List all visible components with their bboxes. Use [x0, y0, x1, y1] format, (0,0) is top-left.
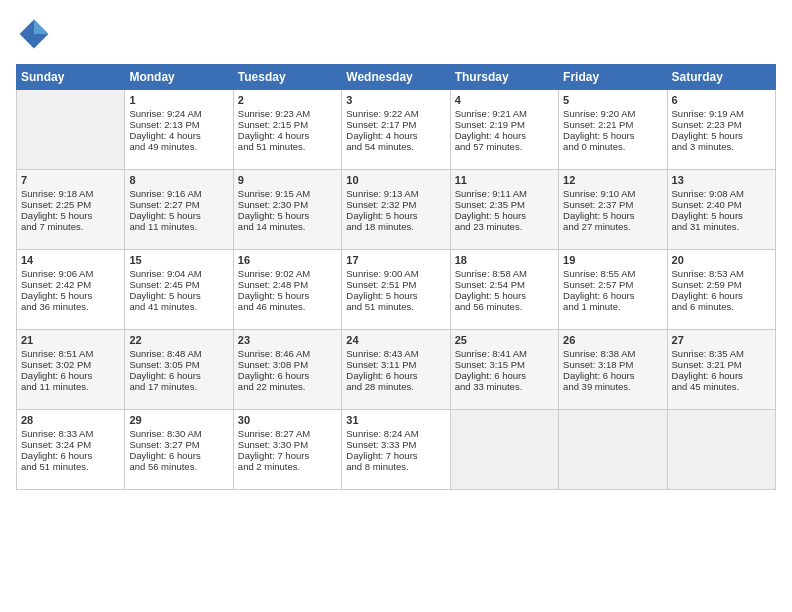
- day-info: Sunset: 3:27 PM: [129, 439, 228, 450]
- day-info: Daylight: 6 hours: [563, 290, 662, 301]
- header-saturday: Saturday: [667, 65, 775, 90]
- day-number: 7: [21, 174, 120, 186]
- day-number: 22: [129, 334, 228, 346]
- calendar-cell: 31Sunrise: 8:24 AMSunset: 3:33 PMDayligh…: [342, 410, 450, 490]
- day-info: Daylight: 5 hours: [21, 290, 120, 301]
- day-info: Sunrise: 9:11 AM: [455, 188, 554, 199]
- calendar-cell: 14Sunrise: 9:06 AMSunset: 2:42 PMDayligh…: [17, 250, 125, 330]
- day-info: Sunrise: 9:00 AM: [346, 268, 445, 279]
- calendar-cell: 9Sunrise: 9:15 AMSunset: 2:30 PMDaylight…: [233, 170, 341, 250]
- day-info: and 8 minutes.: [346, 461, 445, 472]
- day-info: and 2 minutes.: [238, 461, 337, 472]
- day-info: Sunset: 3:02 PM: [21, 359, 120, 370]
- day-info: Sunset: 3:30 PM: [238, 439, 337, 450]
- day-info: Sunrise: 9:24 AM: [129, 108, 228, 119]
- day-number: 13: [672, 174, 771, 186]
- day-info: and 54 minutes.: [346, 141, 445, 152]
- day-info: Daylight: 4 hours: [238, 130, 337, 141]
- day-info: and 7 minutes.: [21, 221, 120, 232]
- calendar-cell: 25Sunrise: 8:41 AMSunset: 3:15 PMDayligh…: [450, 330, 558, 410]
- day-number: 17: [346, 254, 445, 266]
- calendar-cell: 27Sunrise: 8:35 AMSunset: 3:21 PMDayligh…: [667, 330, 775, 410]
- day-info: Sunset: 3:08 PM: [238, 359, 337, 370]
- calendar-cell: 11Sunrise: 9:11 AMSunset: 2:35 PMDayligh…: [450, 170, 558, 250]
- calendar-cell: 5Sunrise: 9:20 AMSunset: 2:21 PMDaylight…: [559, 90, 667, 170]
- calendar-cell: [559, 410, 667, 490]
- day-info: Daylight: 7 hours: [346, 450, 445, 461]
- day-info: Sunset: 3:33 PM: [346, 439, 445, 450]
- day-info: Sunset: 3:15 PM: [455, 359, 554, 370]
- day-number: 24: [346, 334, 445, 346]
- calendar-table: SundayMondayTuesdayWednesdayThursdayFrid…: [16, 64, 776, 490]
- day-info: and 28 minutes.: [346, 381, 445, 392]
- day-info: and 49 minutes.: [129, 141, 228, 152]
- calendar-cell: 23Sunrise: 8:46 AMSunset: 3:08 PMDayligh…: [233, 330, 341, 410]
- day-info: Daylight: 5 hours: [455, 210, 554, 221]
- day-info: Sunrise: 9:13 AM: [346, 188, 445, 199]
- day-info: Daylight: 5 hours: [129, 290, 228, 301]
- day-number: 11: [455, 174, 554, 186]
- calendar-week-row: 7Sunrise: 9:18 AMSunset: 2:25 PMDaylight…: [17, 170, 776, 250]
- calendar-cell: 19Sunrise: 8:55 AMSunset: 2:57 PMDayligh…: [559, 250, 667, 330]
- day-info: Sunset: 2:57 PM: [563, 279, 662, 290]
- day-info: Daylight: 4 hours: [346, 130, 445, 141]
- calendar-cell: 26Sunrise: 8:38 AMSunset: 3:18 PMDayligh…: [559, 330, 667, 410]
- day-info: and 18 minutes.: [346, 221, 445, 232]
- calendar-cell: 18Sunrise: 8:58 AMSunset: 2:54 PMDayligh…: [450, 250, 558, 330]
- day-info: Daylight: 6 hours: [563, 370, 662, 381]
- day-info: Daylight: 4 hours: [129, 130, 228, 141]
- day-info: Daylight: 6 hours: [21, 450, 120, 461]
- day-number: 16: [238, 254, 337, 266]
- day-info: and 39 minutes.: [563, 381, 662, 392]
- header-sunday: Sunday: [17, 65, 125, 90]
- day-info: Daylight: 5 hours: [238, 210, 337, 221]
- day-info: Daylight: 5 hours: [346, 290, 445, 301]
- header-tuesday: Tuesday: [233, 65, 341, 90]
- day-info: Sunrise: 8:24 AM: [346, 428, 445, 439]
- calendar-cell: 30Sunrise: 8:27 AMSunset: 3:30 PMDayligh…: [233, 410, 341, 490]
- day-info: and 46 minutes.: [238, 301, 337, 312]
- day-info: and 6 minutes.: [672, 301, 771, 312]
- day-info: and 31 minutes.: [672, 221, 771, 232]
- day-info: Sunrise: 8:51 AM: [21, 348, 120, 359]
- calendar-cell: 1Sunrise: 9:24 AMSunset: 2:13 PMDaylight…: [125, 90, 233, 170]
- calendar-cell: 17Sunrise: 9:00 AMSunset: 2:51 PMDayligh…: [342, 250, 450, 330]
- day-info: Sunset: 2:40 PM: [672, 199, 771, 210]
- day-info: Daylight: 5 hours: [21, 210, 120, 221]
- day-number: 19: [563, 254, 662, 266]
- day-number: 27: [672, 334, 771, 346]
- day-info: and 0 minutes.: [563, 141, 662, 152]
- day-info: and 22 minutes.: [238, 381, 337, 392]
- day-info: Daylight: 6 hours: [346, 370, 445, 381]
- calendar-cell: 6Sunrise: 9:19 AMSunset: 2:23 PMDaylight…: [667, 90, 775, 170]
- day-info: Sunset: 3:05 PM: [129, 359, 228, 370]
- day-info: Sunset: 2:37 PM: [563, 199, 662, 210]
- calendar-cell: 20Sunrise: 8:53 AMSunset: 2:59 PMDayligh…: [667, 250, 775, 330]
- calendar-cell: [667, 410, 775, 490]
- day-info: Daylight: 5 hours: [672, 130, 771, 141]
- calendar-cell: 13Sunrise: 9:08 AMSunset: 2:40 PMDayligh…: [667, 170, 775, 250]
- calendar-week-row: 28Sunrise: 8:33 AMSunset: 3:24 PMDayligh…: [17, 410, 776, 490]
- day-number: 9: [238, 174, 337, 186]
- day-info: Daylight: 6 hours: [129, 370, 228, 381]
- day-info: Sunrise: 8:27 AM: [238, 428, 337, 439]
- day-info: Sunrise: 8:48 AM: [129, 348, 228, 359]
- day-info: and 56 minutes.: [129, 461, 228, 472]
- day-info: Sunset: 2:17 PM: [346, 119, 445, 130]
- calendar-cell: 28Sunrise: 8:33 AMSunset: 3:24 PMDayligh…: [17, 410, 125, 490]
- day-number: 12: [563, 174, 662, 186]
- day-info: Sunrise: 8:46 AM: [238, 348, 337, 359]
- day-info: Daylight: 7 hours: [238, 450, 337, 461]
- day-info: and 56 minutes.: [455, 301, 554, 312]
- day-info: and 23 minutes.: [455, 221, 554, 232]
- day-info: and 45 minutes.: [672, 381, 771, 392]
- header-friday: Friday: [559, 65, 667, 90]
- day-info: Sunset: 2:19 PM: [455, 119, 554, 130]
- day-number: 3: [346, 94, 445, 106]
- logo: [16, 16, 56, 52]
- calendar-cell: 10Sunrise: 9:13 AMSunset: 2:32 PMDayligh…: [342, 170, 450, 250]
- calendar-week-row: 14Sunrise: 9:06 AMSunset: 2:42 PMDayligh…: [17, 250, 776, 330]
- day-info: Sunrise: 9:20 AM: [563, 108, 662, 119]
- day-info: Daylight: 5 hours: [563, 130, 662, 141]
- day-info: and 11 minutes.: [129, 221, 228, 232]
